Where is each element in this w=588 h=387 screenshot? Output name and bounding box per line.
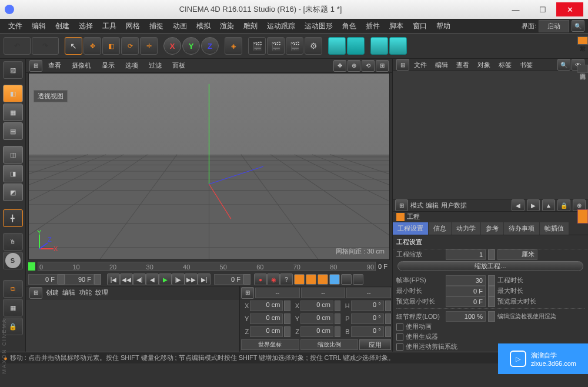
side-tab-content[interactable]: 内容浏览器: [577, 65, 588, 73]
mat-menu-func[interactable]: 功能: [79, 288, 92, 297]
menu-motiontrack[interactable]: 运动跟踪: [262, 20, 300, 32]
project-scale-input[interactable]: 1: [446, 249, 486, 260]
minimize-button[interactable]: —: [502, 2, 529, 16]
close-button[interactable]: ✕: [556, 2, 583, 16]
om-menu-edit[interactable]: 编辑: [432, 59, 452, 71]
use-motion-checkbox[interactable]: [396, 343, 403, 351]
x-axis-lock[interactable]: X: [163, 37, 181, 55]
use-gen-checkbox[interactable]: [396, 333, 403, 341]
prev-key-button[interactable]: ◀◀: [120, 273, 133, 285]
menu-script[interactable]: 脚本: [385, 20, 408, 32]
next-frame-button[interactable]: |▶: [172, 273, 185, 285]
render-queue-button[interactable]: ⚙: [305, 37, 322, 55]
menu-character[interactable]: 角色: [338, 20, 361, 32]
range-end-input[interactable]: [65, 274, 94, 285]
menu-window[interactable]: 窗口: [408, 20, 432, 32]
generator-button[interactable]: [370, 37, 388, 55]
texture-mode-button[interactable]: ▦: [3, 104, 23, 121]
coord-space-dropdown[interactable]: 世界坐标: [241, 339, 299, 350]
min-time-input[interactable]: 0 F: [446, 286, 486, 296]
layout-search-icon[interactable]: 🔍: [572, 20, 584, 32]
menu-sculpt[interactable]: 雕刻: [239, 20, 262, 32]
key-pla-icon[interactable]: [341, 274, 352, 285]
prev-frame-button[interactable]: ◀|: [133, 273, 146, 285]
play-forward-button[interactable]: ▶: [159, 273, 172, 285]
vp-menu-view[interactable]: 查看: [44, 60, 66, 71]
axis-mode-button[interactable]: ╋: [3, 209, 23, 227]
apply-button[interactable]: 应用: [359, 339, 391, 350]
goto-start-button[interactable]: |◀: [107, 273, 120, 285]
size-y-input[interactable]: 0 cm: [300, 313, 333, 324]
project-scale-unit[interactable]: 厘米: [497, 249, 537, 260]
menu-create[interactable]: 创建: [51, 20, 74, 32]
scale-tool[interactable]: ◧: [102, 37, 120, 55]
render-settings-button[interactable]: 🎬: [286, 37, 303, 55]
attr-nav-up-icon[interactable]: ▲: [542, 199, 555, 211]
model-mode-button[interactable]: ◧: [3, 85, 23, 102]
key-pos-icon[interactable]: [294, 274, 305, 285]
vp-nav-layout-icon[interactable]: ⊞: [376, 60, 389, 72]
make-editable-button[interactable]: ▨: [3, 61, 23, 79]
pos-z-input[interactable]: 0 cm: [250, 326, 283, 337]
timeline-ruler[interactable]: 0 10 20 30 40 50 60 70 80 90 0 F: [26, 260, 392, 273]
menu-plugins[interactable]: 插件: [361, 20, 385, 32]
edge-mode-button[interactable]: ◨: [3, 165, 23, 182]
pos-y-input[interactable]: 0 cm: [250, 313, 283, 324]
attr-menu-userdata[interactable]: 用户数据: [441, 201, 467, 210]
y-axis-lock[interactable]: Y: [182, 37, 200, 55]
menu-help[interactable]: 帮助: [432, 20, 455, 32]
z-axis-lock[interactable]: Z: [201, 37, 219, 55]
redo-button[interactable]: ↷: [32, 37, 59, 55]
record-button[interactable]: ●: [254, 273, 267, 285]
menu-mograph[interactable]: 运动图形: [300, 20, 338, 32]
vp-nav-rotate-icon[interactable]: ⟲: [362, 60, 375, 72]
tab-dynamics[interactable]: 动力学: [452, 222, 481, 235]
attr-nav-fwd-icon[interactable]: ▶: [527, 199, 540, 211]
render-region-button[interactable]: 🎬: [267, 37, 285, 55]
vp-menu-panel[interactable]: 面板: [168, 60, 190, 71]
attr-panel-icon[interactable]: ⊞: [395, 199, 408, 211]
vp-menu-options[interactable]: 选项: [121, 60, 143, 71]
menu-simulate[interactable]: 模拟: [192, 20, 215, 32]
tab-reference[interactable]: 参考: [481, 222, 504, 235]
size-x-input[interactable]: 0 cm: [300, 301, 333, 311]
rot-p-input[interactable]: 0 °: [351, 313, 384, 324]
fps-input[interactable]: 30: [446, 275, 486, 286]
spline-button[interactable]: [347, 37, 365, 55]
menu-edit[interactable]: 编辑: [27, 20, 51, 32]
cube-primitive-button[interactable]: [328, 37, 346, 55]
workplane-mode-button[interactable]: ▤: [3, 122, 23, 140]
viewport-3d[interactable]: 透视视图 网格间距 : 30 cm Y X Z: [28, 73, 390, 260]
menu-snap[interactable]: 捕捉: [145, 20, 168, 32]
vp-menu-cameras[interactable]: 摄像机: [67, 60, 96, 71]
goto-end-button[interactable]: ▶|: [198, 273, 211, 285]
vp-panel-icon[interactable]: ⊞: [29, 60, 42, 72]
recent-tool[interactable]: ✛: [140, 37, 158, 55]
materials-area[interactable]: [26, 299, 239, 352]
polygon-mode-button[interactable]: ◩: [3, 184, 23, 201]
workplane-button[interactable]: ▦: [3, 299, 23, 316]
snap-button[interactable]: ⧉: [3, 280, 23, 298]
menu-tools[interactable]: 工具: [98, 20, 121, 32]
rot-h-input[interactable]: 0 °: [351, 301, 384, 311]
viewport-solo-button[interactable]: S: [3, 252, 23, 269]
om-menu-bookmarks[interactable]: 书签: [516, 59, 536, 71]
range-end-spinner[interactable]: [94, 274, 101, 285]
key-opts-icon[interactable]: [353, 274, 363, 285]
size-z-input[interactable]: 0 cm: [300, 326, 333, 337]
side-tab-attributes[interactable]: [577, 209, 588, 223]
layout-selector[interactable]: 启动: [539, 20, 569, 32]
menu-render[interactable]: 渲染: [215, 20, 239, 32]
attr-menu-edit[interactable]: 编辑: [426, 201, 439, 210]
side-tab-objects[interactable]: 对象: [577, 36, 588, 45]
point-mode-button[interactable]: ◫: [3, 146, 23, 164]
om-menu-objects[interactable]: 对象: [474, 59, 494, 71]
om-menu-file[interactable]: 文件: [410, 59, 430, 71]
deformer-button[interactable]: [389, 37, 407, 55]
next-key-button[interactable]: ▶▶: [185, 273, 198, 285]
tab-frame-interp[interactable]: 帧插值: [540, 222, 569, 235]
om-search-icon[interactable]: 🔍: [557, 59, 570, 71]
menu-select[interactable]: 选择: [74, 20, 98, 32]
pos-x-input[interactable]: 0 cm: [250, 301, 283, 311]
om-panel-icon[interactable]: ⊞: [396, 59, 409, 71]
